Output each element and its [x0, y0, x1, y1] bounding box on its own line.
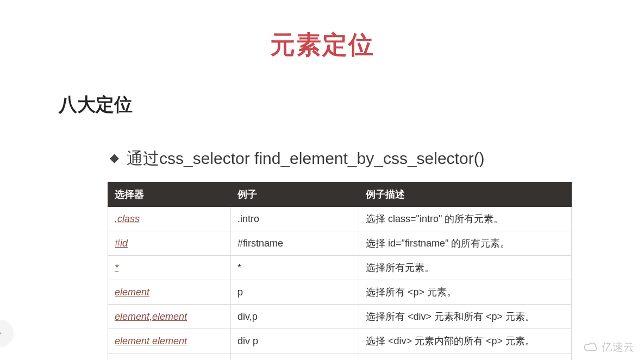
- table-row: element>element div>p 选择父元素为 <div> 元素的所有…: [108, 353, 572, 361]
- table-row: element element div p 选择 <div> 元素内部的所有 <…: [108, 329, 572, 353]
- selector-link[interactable]: #id: [115, 238, 128, 249]
- table-row: element,element div,p 选择所有 <div> 元素和所有 <…: [108, 305, 572, 329]
- th-example: 例子: [231, 182, 359, 207]
- desc-cell: 选择所有 <p> 元素。: [359, 280, 572, 305]
- example-cell: *: [231, 256, 359, 280]
- table-row: * * 选择所有元素。: [108, 256, 572, 280]
- desc-cell: 选择 id="firstname" 的所有元素。: [359, 231, 572, 256]
- selector-link[interactable]: .class: [115, 213, 140, 224]
- example-cell: .intro: [231, 207, 359, 231]
- watermark: 亿速云: [583, 340, 634, 355]
- bullet-item: ◆ 通过css_selector find_element_by_css_sel…: [110, 148, 644, 170]
- desc-cell: 选择父元素为 <div> 元素的所有 <p> 元素。: [359, 353, 572, 361]
- table-row: #id #firstname 选择 id="firstname" 的所有元素。: [108, 231, 572, 256]
- table-row: .class .intro 选择 class="intro" 的所有元素。: [108, 207, 572, 231]
- section-title: 八大定位: [59, 92, 644, 117]
- example-cell: p: [231, 280, 359, 305]
- selector-link[interactable]: element: [115, 287, 149, 298]
- th-selector: 选择器: [108, 182, 231, 207]
- desc-cell: 选择所有 <div> 元素和所有 <p> 元素。: [359, 305, 572, 329]
- desc-cell: 选择 <div> 元素内部的所有 <p> 元素。: [359, 329, 572, 353]
- example-cell: div,p: [231, 305, 359, 329]
- example-cell: div p: [231, 329, 359, 353]
- page-title: 元素定位: [0, 0, 644, 62]
- diamond-icon: ◆: [110, 151, 119, 165]
- table-header-row: 选择器 例子 例子描述: [108, 182, 572, 207]
- th-desc: 例子描述: [359, 182, 572, 207]
- selector-link[interactable]: *: [115, 262, 118, 273]
- desc-cell: 选择所有元素。: [359, 256, 572, 280]
- watermark-text: 亿速云: [602, 340, 634, 355]
- example-cell: #firstname: [231, 231, 359, 256]
- selector-link[interactable]: element,element: [115, 311, 187, 322]
- cloud-icon: [583, 342, 598, 353]
- bullet-text: 通过css_selector find_element_by_css_selec…: [127, 148, 485, 170]
- css-selector-table: 选择器 例子 例子描述 .class .intro 选择 class="intr…: [108, 182, 572, 360]
- prev-arrow-button[interactable]: [0, 320, 13, 346]
- selector-link[interactable]: element element: [115, 336, 187, 346]
- desc-cell: 选择 class="intro" 的所有元素。: [359, 207, 572, 231]
- example-cell: div>p: [231, 353, 359, 361]
- chevron-right-icon: [0, 329, 4, 338]
- table-row: element p 选择所有 <p> 元素。: [108, 280, 572, 305]
